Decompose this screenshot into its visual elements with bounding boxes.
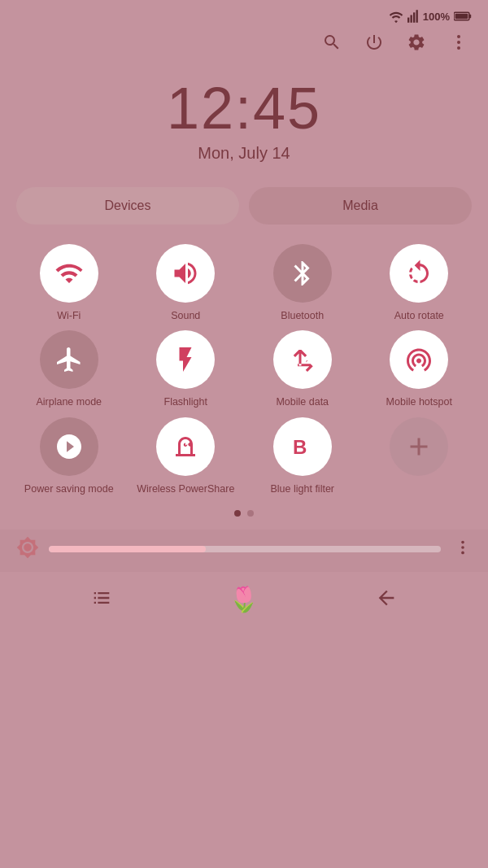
quick-tiles-grid: Wi-Fi Sound Bluetooth Auto rotate — [0, 244, 488, 504]
wifi-icon-bg — [40, 244, 98, 303]
signal-status-icon — [407, 10, 419, 23]
page-dots — [0, 504, 488, 530]
status-bar: 100% — [0, 0, 488, 29]
more-button[interactable] — [449, 33, 468, 55]
sound-label: Sound — [171, 309, 200, 322]
svg-point-7 — [457, 35, 460, 38]
bluelightfilter-label: Blue light filter — [270, 482, 334, 495]
add-icon-bg — [390, 417, 448, 476]
powersaving-icon-bg — [40, 417, 98, 476]
bluelightfilter-icon: B — [288, 432, 317, 461]
wifi-status-icon — [389, 10, 403, 23]
sound-icon — [171, 259, 200, 288]
svg-point-9 — [457, 46, 460, 50]
battery-icon — [454, 11, 472, 22]
tile-bluetooth[interactable]: Bluetooth — [246, 244, 359, 322]
settings-button[interactable] — [407, 33, 426, 55]
mobilehotspot-icon-bg — [390, 330, 448, 389]
tabs-row: Devices Media — [0, 187, 488, 244]
clock-time: 12:45 — [0, 76, 488, 141]
flashlight-icon-bg — [156, 330, 215, 389]
bluelightfilter-icon-bg: B — [273, 417, 332, 476]
svg-rect-3 — [416, 10, 417, 23]
brightness-fill — [49, 546, 206, 552]
flashlight-label: Flashlight — [164, 395, 208, 408]
autorotate-icon-bg — [390, 244, 448, 303]
brightness-more-button[interactable] — [454, 539, 472, 560]
tab-devices[interactable]: Devices — [16, 187, 239, 225]
brightness-icon — [16, 536, 39, 562]
tile-add[interactable] — [364, 417, 476, 495]
svg-rect-6 — [455, 14, 468, 19]
add-icon — [404, 432, 434, 461]
mobilehotspot-icon — [404, 345, 434, 374]
dot-2 — [247, 510, 254, 517]
mobilehotspot-label: Mobile hotspot — [386, 395, 452, 408]
mobiledata-icon — [288, 345, 317, 374]
tile-mobilehotspot[interactable]: Mobile hotspot — [364, 330, 476, 408]
recent-apps-button[interactable] — [90, 587, 113, 613]
tile-wirelesspowershare[interactable]: Wireless PowerShare — [130, 417, 242, 495]
tile-mobiledata[interactable]: Mobile data — [246, 330, 359, 408]
home-button[interactable]: 🌷 — [229, 587, 259, 612]
tile-sound[interactable]: Sound — [130, 244, 242, 322]
mobiledata-label: Mobile data — [276, 395, 329, 408]
airplane-icon-bg — [40, 330, 98, 389]
bluetooth-icon-bg — [273, 244, 332, 303]
clock-date: Mon, July 14 — [0, 144, 488, 163]
tile-powersaving[interactable]: Power saving mode — [13, 417, 125, 495]
power-button[interactable] — [364, 33, 384, 55]
bluetooth-label: Bluetooth — [281, 309, 324, 322]
tab-media[interactable]: Media — [249, 187, 472, 225]
svg-text:B: B — [293, 436, 307, 458]
svg-point-11 — [461, 541, 464, 544]
autorotate-label: Auto rotate — [394, 309, 444, 322]
wifi-label: Wi-Fi — [57, 309, 81, 322]
svg-point-8 — [457, 41, 460, 44]
svg-rect-5 — [469, 15, 471, 19]
top-action-bar — [0, 29, 488, 68]
bluetooth-icon — [288, 259, 317, 288]
airplane-icon — [54, 345, 84, 374]
mobiledata-icon-bg — [273, 330, 332, 389]
tile-airplane[interactable]: Airplane mode — [13, 330, 125, 408]
tile-flashlight[interactable]: Flashlight — [130, 330, 242, 408]
svg-point-12 — [461, 546, 464, 549]
svg-rect-2 — [413, 12, 415, 22]
battery-percentage: 100% — [423, 11, 450, 23]
tile-wifi[interactable]: Wi-Fi — [13, 244, 125, 322]
powersaving-icon — [54, 432, 84, 461]
airplane-label: Airplane mode — [36, 395, 102, 408]
bottom-nav: 🌷 — [0, 572, 488, 632]
search-button[interactable] — [322, 33, 342, 55]
svg-rect-0 — [407, 18, 409, 23]
powersaving-label: Power saving mode — [24, 482, 114, 495]
tile-autorotate[interactable]: Auto rotate — [364, 244, 476, 322]
brightness-track[interactable] — [49, 546, 441, 552]
svg-point-13 — [461, 552, 464, 555]
flashlight-icon — [171, 345, 200, 374]
wifi-icon — [54, 259, 84, 288]
back-button[interactable] — [375, 587, 398, 613]
status-icons: 100% — [389, 10, 472, 23]
brightness-bar[interactable] — [0, 530, 488, 572]
wirelesspowershare-label: Wireless PowerShare — [137, 482, 234, 495]
sound-icon-bg — [156, 244, 215, 303]
autorotate-icon — [404, 259, 434, 288]
wirelesspowershare-icon-bg — [156, 417, 215, 476]
wirelesspowershare-icon — [171, 432, 200, 461]
clock-section: 12:45 Mon, July 14 — [0, 68, 488, 187]
tile-bluelightfilter[interactable]: B Blue light filter — [246, 417, 359, 495]
svg-rect-1 — [410, 15, 412, 22]
dot-1 — [234, 510, 241, 517]
